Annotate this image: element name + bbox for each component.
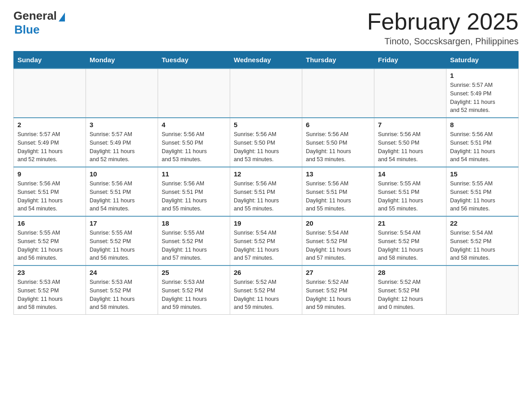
title-block: February 2025 Tinoto, Soccsksargen, Phil… (367, 9, 519, 47)
calendar-cell: 2Sunrise: 5:57 AMSunset: 5:49 PMDaylight… (14, 118, 86, 167)
day-info: Sunrise: 5:55 AMSunset: 5:51 PMDaylight:… (450, 180, 515, 213)
calendar-cell: 25Sunrise: 5:53 AMSunset: 5:52 PMDayligh… (158, 265, 230, 315)
calendar-cell: 22Sunrise: 5:54 AMSunset: 5:52 PMDayligh… (446, 216, 519, 265)
day-info: Sunrise: 5:54 AMSunset: 5:52 PMDaylight:… (234, 229, 298, 262)
logo: General Blue (13, 9, 65, 37)
day-info: Sunrise: 5:52 AMSunset: 5:52 PMDaylight:… (378, 278, 442, 312)
calendar-table: SundayMondayTuesdayWednesdayThursdayFrid… (13, 51, 519, 315)
day-info: Sunrise: 5:53 AMSunset: 5:52 PMDaylight:… (17, 278, 82, 312)
day-info: Sunrise: 5:56 AMSunset: 5:50 PMDaylight:… (234, 130, 298, 164)
week-row-1: 2Sunrise: 5:57 AMSunset: 5:49 PMDaylight… (14, 118, 519, 167)
calendar-cell: 9Sunrise: 5:56 AMSunset: 5:51 PMDaylight… (14, 167, 86, 216)
location-subtitle: Tinoto, Soccsksargen, Philippines (367, 36, 519, 47)
calendar-cell (158, 68, 230, 118)
calendar-cell: 15Sunrise: 5:55 AMSunset: 5:51 PMDayligh… (446, 167, 519, 216)
day-number: 4 (162, 121, 226, 128)
day-info: Sunrise: 5:53 AMSunset: 5:52 PMDaylight:… (162, 278, 226, 312)
calendar-cell: 3Sunrise: 5:57 AMSunset: 5:49 PMDaylight… (86, 118, 158, 167)
day-number: 18 (162, 219, 226, 227)
calendar-cell: 11Sunrise: 5:56 AMSunset: 5:51 PMDayligh… (158, 167, 230, 216)
weekday-header-friday: Friday (374, 51, 446, 69)
day-number: 9 (17, 170, 82, 178)
logo-blue-text: Blue (14, 23, 39, 37)
calendar-cell: 20Sunrise: 5:54 AMSunset: 5:52 PMDayligh… (302, 216, 374, 265)
page-header: General Blue February 2025 Tinoto, Soccs… (13, 9, 519, 47)
day-number: 22 (450, 219, 515, 227)
calendar-cell: 12Sunrise: 5:56 AMSunset: 5:51 PMDayligh… (230, 167, 302, 216)
calendar-cell: 23Sunrise: 5:53 AMSunset: 5:52 PMDayligh… (14, 265, 86, 315)
day-info: Sunrise: 5:56 AMSunset: 5:51 PMDaylight:… (162, 180, 226, 213)
day-info: Sunrise: 5:55 AMSunset: 5:52 PMDaylight:… (162, 229, 226, 262)
day-number: 24 (90, 269, 154, 276)
week-row-0: 1Sunrise: 5:57 AMSunset: 5:49 PMDaylight… (14, 68, 519, 118)
day-info: Sunrise: 5:56 AMSunset: 5:51 PMDaylight:… (17, 180, 82, 213)
day-number: 21 (378, 219, 442, 227)
weekday-header-thursday: Thursday (302, 51, 374, 69)
day-number: 28 (378, 269, 442, 276)
calendar-cell: 1Sunrise: 5:57 AMSunset: 5:49 PMDaylight… (446, 68, 519, 118)
day-number: 3 (90, 121, 154, 128)
calendar-cell (374, 68, 446, 118)
day-number: 2 (17, 121, 82, 128)
day-info: Sunrise: 5:56 AMSunset: 5:51 PMDaylight:… (450, 130, 515, 164)
day-number: 17 (90, 219, 154, 227)
day-info: Sunrise: 5:57 AMSunset: 5:49 PMDaylight:… (17, 130, 82, 164)
weekday-header-row: SundayMondayTuesdayWednesdayThursdayFrid… (14, 51, 519, 69)
day-number: 19 (234, 219, 298, 227)
day-info: Sunrise: 5:57 AMSunset: 5:49 PMDaylight:… (90, 130, 154, 164)
day-number: 5 (234, 121, 298, 128)
calendar-cell: 24Sunrise: 5:53 AMSunset: 5:52 PMDayligh… (86, 265, 158, 315)
logo-general-text: General (13, 9, 57, 23)
week-row-2: 9Sunrise: 5:56 AMSunset: 5:51 PMDaylight… (14, 167, 519, 216)
day-number: 15 (450, 170, 515, 178)
day-number: 26 (234, 269, 298, 276)
calendar-cell: 8Sunrise: 5:56 AMSunset: 5:51 PMDaylight… (446, 118, 519, 167)
day-number: 25 (162, 269, 226, 276)
calendar-cell: 18Sunrise: 5:55 AMSunset: 5:52 PMDayligh… (158, 216, 230, 265)
weekday-header-sunday: Sunday (14, 51, 86, 69)
calendar-cell: 28Sunrise: 5:52 AMSunset: 5:52 PMDayligh… (374, 265, 446, 315)
calendar-cell: 21Sunrise: 5:54 AMSunset: 5:52 PMDayligh… (374, 216, 446, 265)
day-number: 13 (306, 170, 370, 178)
day-number: 23 (17, 269, 82, 276)
day-info: Sunrise: 5:55 AMSunset: 5:52 PMDaylight:… (90, 229, 154, 262)
day-info: Sunrise: 5:56 AMSunset: 5:51 PMDaylight:… (90, 180, 154, 213)
calendar-cell (446, 265, 519, 315)
day-number: 1 (450, 72, 515, 79)
calendar-cell: 19Sunrise: 5:54 AMSunset: 5:52 PMDayligh… (230, 216, 302, 265)
calendar-cell: 4Sunrise: 5:56 AMSunset: 5:50 PMDaylight… (158, 118, 230, 167)
calendar-cell: 13Sunrise: 5:56 AMSunset: 5:51 PMDayligh… (302, 167, 374, 216)
day-info: Sunrise: 5:56 AMSunset: 5:51 PMDaylight:… (306, 180, 370, 213)
day-info: Sunrise: 5:53 AMSunset: 5:52 PMDaylight:… (90, 278, 154, 312)
weekday-header-wednesday: Wednesday (230, 51, 302, 69)
day-info: Sunrise: 5:56 AMSunset: 5:51 PMDaylight:… (234, 180, 298, 213)
day-info: Sunrise: 5:56 AMSunset: 5:50 PMDaylight:… (378, 130, 442, 164)
day-number: 10 (90, 170, 154, 178)
day-number: 16 (17, 219, 82, 227)
calendar-cell: 7Sunrise: 5:56 AMSunset: 5:50 PMDaylight… (374, 118, 446, 167)
calendar-cell (302, 68, 374, 118)
day-number: 14 (378, 170, 442, 178)
day-info: Sunrise: 5:57 AMSunset: 5:49 PMDaylight:… (450, 81, 515, 115)
calendar-cell (14, 68, 86, 118)
day-number: 8 (450, 121, 515, 128)
day-info: Sunrise: 5:56 AMSunset: 5:50 PMDaylight:… (162, 130, 226, 164)
week-row-4: 23Sunrise: 5:53 AMSunset: 5:52 PMDayligh… (14, 265, 519, 315)
day-number: 20 (306, 219, 370, 227)
day-info: Sunrise: 5:56 AMSunset: 5:50 PMDaylight:… (306, 130, 370, 164)
calendar-cell: 16Sunrise: 5:55 AMSunset: 5:52 PMDayligh… (14, 216, 86, 265)
weekday-header-monday: Monday (86, 51, 158, 69)
day-info: Sunrise: 5:52 AMSunset: 5:52 PMDaylight:… (306, 278, 370, 312)
calendar-cell (86, 68, 158, 118)
day-info: Sunrise: 5:55 AMSunset: 5:52 PMDaylight:… (17, 229, 82, 262)
weekday-header-tuesday: Tuesday (158, 51, 230, 69)
week-row-3: 16Sunrise: 5:55 AMSunset: 5:52 PMDayligh… (14, 216, 519, 265)
logo-triangle-icon (59, 13, 65, 21)
day-number: 27 (306, 269, 370, 276)
calendar-cell: 6Sunrise: 5:56 AMSunset: 5:50 PMDaylight… (302, 118, 374, 167)
month-title: February 2025 (367, 9, 519, 34)
day-info: Sunrise: 5:54 AMSunset: 5:52 PMDaylight:… (306, 229, 370, 262)
day-info: Sunrise: 5:52 AMSunset: 5:52 PMDaylight:… (234, 278, 298, 312)
day-number: 7 (378, 121, 442, 128)
calendar-cell: 14Sunrise: 5:55 AMSunset: 5:51 PMDayligh… (374, 167, 446, 216)
